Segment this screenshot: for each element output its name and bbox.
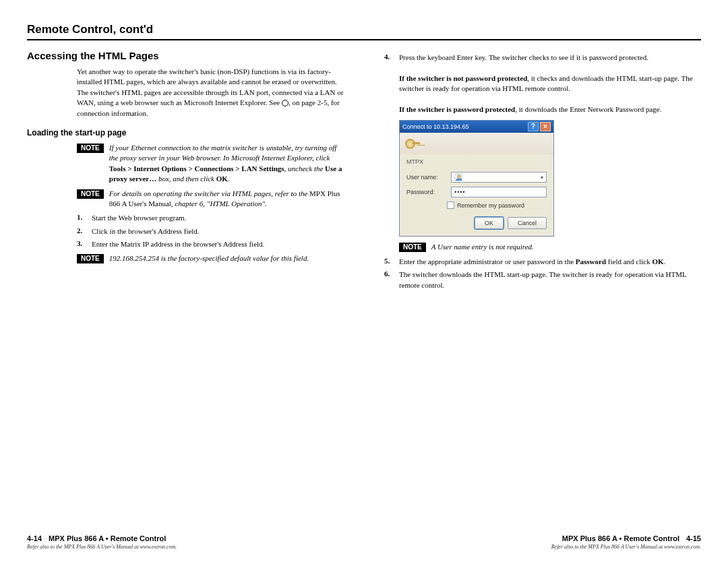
chapter-title: Remote Control, cont'd [27,23,701,36]
doc-title: MPX Plus 866 A • Remote Control [562,534,679,542]
note-text: 192.168.254.254 is the factory-specified… [109,253,344,263]
dialog-titlebar: Connect to 10.13.194.65 ? × [400,121,553,133]
step-row: 1. Start the Web browser program. [77,213,344,223]
note-badge: NOTE [77,189,104,199]
step-number: 6. [384,270,392,290]
username-input[interactable]: ▾ [451,172,547,183]
key-icon [405,136,420,151]
close-icon[interactable]: × [540,122,551,131]
subsection-heading: Loading the start-up page [27,128,344,137]
page-footer: 4-14 MPX Plus 866 A • Remote Control Ref… [27,534,701,550]
dialog-host: MTPX [406,158,547,165]
note-text: A User name entry is not required. [431,242,701,252]
dialog-title: Connect to 10.13.194.65 [402,123,526,130]
remember-checkbox[interactable] [447,201,454,209]
note-badge: NOTE [77,254,104,263]
help-icon[interactable]: ? [528,122,539,131]
step-row: 4. Press the keyboard Enter key. The swi… [384,53,701,115]
note-text: If your Ethernet connection to the matri… [109,143,344,185]
reference-icon [282,100,289,106]
remember-label: Remember my password [457,202,524,209]
note-text: For details on operating the switcher vi… [109,189,344,210]
footnote: Refer also to the MPX Plus 866 A User's … [391,544,701,550]
note-block: NOTE For details on operating the switch… [77,189,344,210]
intro-paragraph: Yet another way to operate the switcher'… [77,67,344,119]
password-dialog: Connect to 10.13.194.65 ? × MTPX User na… [399,120,554,237]
step-row: 6. The switcher downloads the HTML start… [384,270,701,290]
note-block: NOTE 192.168.254.254 is the factory-spec… [77,253,344,263]
step-text: Press the keyboard Enter key. The switch… [399,53,701,115]
step-row: 5. Enter the appropriate administrator o… [384,257,701,267]
left-column: Accessing the HTML Pages Yet another way… [27,50,344,293]
user-icon [454,173,462,181]
step-text: Enter the Matrix IP address in the brows… [92,239,344,249]
ok-button[interactable]: OK [475,217,504,229]
note-block: NOTE A User name entry is not required. [399,242,701,252]
password-label: Password: [406,189,447,195]
step-number: 5. [384,257,392,267]
step-number: 2. [77,226,85,237]
step-text: Enter the appropriate administrator or u… [399,257,701,267]
right-column: 4. Press the keyboard Enter key. The swi… [384,50,701,293]
note-badge: NOTE [399,243,426,252]
note-badge: NOTE [77,144,104,153]
doc-title: MPX Plus 866 A • Remote Control [49,534,166,542]
step-text: The switcher downloads the HTML start-up… [399,270,701,290]
step-row: 3. Enter the Matrix IP address in the br… [77,239,344,249]
footnote: Refer also to the MPX Plus 866 A User's … [27,544,337,550]
step-number: 3. [77,239,85,249]
step-row: 2. Click in the browser's Address field. [77,226,344,237]
cancel-button[interactable]: Cancel [508,217,547,229]
section-heading: Accessing the HTML Pages [27,50,344,61]
dialog-icon-band [400,133,553,154]
username-label: User name: [406,174,447,181]
note-block: NOTE If your Ethernet connection to the … [77,143,344,185]
page-number-right: 4-15 [686,534,701,542]
step-text: Click in the browser's Address field. [92,226,344,237]
step-number: 4. [384,53,392,115]
password-input[interactable]: •••• [451,187,547,197]
chevron-down-icon[interactable]: ▾ [541,175,543,181]
step-number: 1. [77,213,85,223]
step-text: Start the Web browser program. [92,213,344,223]
page-number-left: 4-14 [27,534,42,542]
